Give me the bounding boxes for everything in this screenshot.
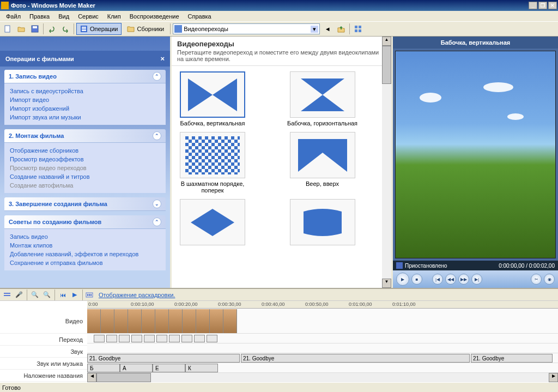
scroll-right-button[interactable]: ▶ xyxy=(549,373,558,382)
scrollbar-thumb[interactable] xyxy=(96,373,151,382)
task-import-images[interactable]: Импорт изображений xyxy=(10,104,160,113)
menu-play[interactable]: Воспроизведение xyxy=(126,12,183,21)
scrollbar-thumb[interactable] xyxy=(382,46,391,84)
audio-clip[interactable]: 21. Goodbye xyxy=(241,354,470,363)
music-track[interactable]: 21. Goodbye 21. Goodbye 21. Goodbye xyxy=(87,353,558,363)
close-button[interactable]: ✕ xyxy=(548,2,557,9)
tl-view-toggle[interactable]: Отображение раскадровки. xyxy=(99,292,175,298)
tip-titles[interactable]: Добавление названий, эффектов и переходо… xyxy=(10,250,160,258)
video-clip[interactable] xyxy=(87,309,101,333)
timeline-hscroll[interactable]: ◀ ▶ xyxy=(87,373,558,382)
section-capture-head[interactable]: 1. Запись видео ⌃ xyxy=(4,70,166,83)
redo-button[interactable] xyxy=(59,23,71,35)
video-clip[interactable] xyxy=(142,309,155,333)
open-button[interactable] xyxy=(15,23,27,35)
title-clip[interactable]: А xyxy=(120,364,153,372)
title-clip[interactable]: К xyxy=(185,364,218,372)
overlay-track[interactable]: Б А Е К xyxy=(87,363,558,373)
tl-zoomout-button[interactable]: 🔍 xyxy=(42,290,52,300)
up-button[interactable] xyxy=(335,23,347,35)
minimize-button[interactable]: _ xyxy=(529,2,537,9)
video-clip[interactable] xyxy=(101,309,114,333)
transition-clip[interactable] xyxy=(94,335,105,342)
video-clip[interactable] xyxy=(196,309,210,333)
transition-butterfly-h[interactable]: Бабочка, горизонтальная xyxy=(287,71,358,126)
transition-item-6[interactable] xyxy=(287,199,358,248)
section-edit-head[interactable]: 2. Монтаж фильма ⌃ xyxy=(4,129,166,143)
video-track[interactable] xyxy=(87,309,558,334)
menu-clip[interactable]: Клип xyxy=(104,12,125,21)
video-clip[interactable] xyxy=(210,309,223,333)
audio-clip[interactable]: 21. Goodbye xyxy=(471,354,553,363)
snapshot-button[interactable]: ◉ xyxy=(544,274,555,285)
task-import-video[interactable]: Импорт видео xyxy=(10,95,160,104)
tl-level-button[interactable] xyxy=(2,290,12,300)
task-import-audio[interactable]: Импорт звука или музыки xyxy=(10,113,160,122)
transition-clip[interactable] xyxy=(207,335,217,342)
transition-clip[interactable] xyxy=(106,335,117,342)
video-clip[interactable] xyxy=(169,309,183,333)
task-view-effects[interactable]: Просмотр видеоэффектов xyxy=(10,155,160,164)
transition-clip[interactable] xyxy=(131,335,142,342)
tip-save[interactable]: Сохранение и отправка фильмов xyxy=(10,258,160,267)
scroll-left-button[interactable]: ◀ xyxy=(87,373,96,382)
next-button[interactable]: ▶| xyxy=(471,274,482,285)
tl-narrate-button[interactable]: 🎤 xyxy=(14,290,24,300)
menu-view[interactable]: Вид xyxy=(54,12,73,21)
audio-clip[interactable]: 21. Goodbye xyxy=(87,354,240,363)
undo-button[interactable] xyxy=(46,23,58,35)
save-button[interactable] xyxy=(29,23,41,35)
collection-combo[interactable]: Видеопереходы ▾ xyxy=(173,23,320,34)
tip-edit[interactable]: Монтаж клипов xyxy=(10,241,160,250)
menu-tools[interactable]: Сервис xyxy=(74,12,102,21)
task-capture-device[interactable]: Запись с видеоустройства xyxy=(10,87,160,95)
task-make-titles[interactable]: Создание названий и титров xyxy=(10,172,160,181)
restore-button[interactable]: ❐ xyxy=(538,2,547,9)
stop-button[interactable]: ■ xyxy=(411,274,422,285)
forward-button[interactable]: ▶▶ xyxy=(458,274,469,285)
view-thumb-button[interactable] xyxy=(352,23,364,35)
timeline-ruler[interactable]: 0:00 0:00:10,00 0:00:20,00 0:00:30,00 0:… xyxy=(87,301,558,309)
split-button[interactable]: ✂ xyxy=(531,274,542,285)
title-clip[interactable]: Е xyxy=(153,364,185,372)
title-clip[interactable]: Б xyxy=(87,364,120,372)
tl-rewind-button[interactable]: ⏮ xyxy=(58,290,68,300)
tl-zoomin-button[interactable]: 🔍 xyxy=(30,290,40,300)
video-clip[interactable] xyxy=(223,309,237,333)
transition-clip[interactable] xyxy=(156,335,167,342)
transition-clip[interactable] xyxy=(181,335,192,342)
transition-clip[interactable] xyxy=(194,335,205,342)
tasks-close-button[interactable]: × xyxy=(160,55,165,63)
transition-item-5[interactable] xyxy=(177,199,248,248)
transition-clip[interactable] xyxy=(119,335,130,342)
tasks-toggle[interactable]: Операции xyxy=(76,23,122,35)
transition-butterfly-v[interactable]: Бабочка, вертикальная xyxy=(177,71,248,126)
prev-button[interactable]: |◀ xyxy=(432,274,443,285)
rewind-button[interactable]: ◀◀ xyxy=(445,274,456,285)
menu-help[interactable]: Справка xyxy=(184,12,215,21)
collection-scrollbar[interactable]: ▲ ▼ xyxy=(382,37,391,288)
section-finish-head[interactable]: 3. Завершение создания фильма ⌄ xyxy=(4,197,166,211)
tl-play-button[interactable]: ▶ xyxy=(70,290,80,300)
scroll-down-button[interactable]: ▼ xyxy=(382,279,391,288)
menu-file[interactable]: Файл xyxy=(2,12,25,21)
transition-fan-up[interactable]: Веер, вверх xyxy=(287,132,358,194)
transition-clip[interactable] xyxy=(144,335,155,342)
play-button[interactable]: ▶ xyxy=(396,273,409,286)
video-clip[interactable] xyxy=(114,309,128,333)
transition-clip[interactable] xyxy=(169,335,180,342)
task-show-collections[interactable]: Отображение сборников xyxy=(10,146,160,155)
transition-checker[interactable]: В шахматном порядке, поперек xyxy=(177,132,248,194)
nav-back-button[interactable]: ◄ xyxy=(322,23,333,35)
transition-track[interactable] xyxy=(87,334,558,343)
collections-toggle[interactable]: Сборники xyxy=(123,23,168,35)
video-clip[interactable] xyxy=(155,309,169,333)
scroll-up-button[interactable]: ▲ xyxy=(382,37,391,46)
tip-capture[interactable]: Запись видео xyxy=(10,232,160,241)
menu-edit[interactable]: Правка xyxy=(26,12,53,21)
video-clip[interactable] xyxy=(183,309,196,333)
section-tips-head[interactable]: Советы по созданию фильмов ⌃ xyxy=(4,215,166,229)
audio-track[interactable] xyxy=(87,343,558,353)
video-clip[interactable] xyxy=(128,309,142,333)
new-button[interactable] xyxy=(2,23,14,35)
